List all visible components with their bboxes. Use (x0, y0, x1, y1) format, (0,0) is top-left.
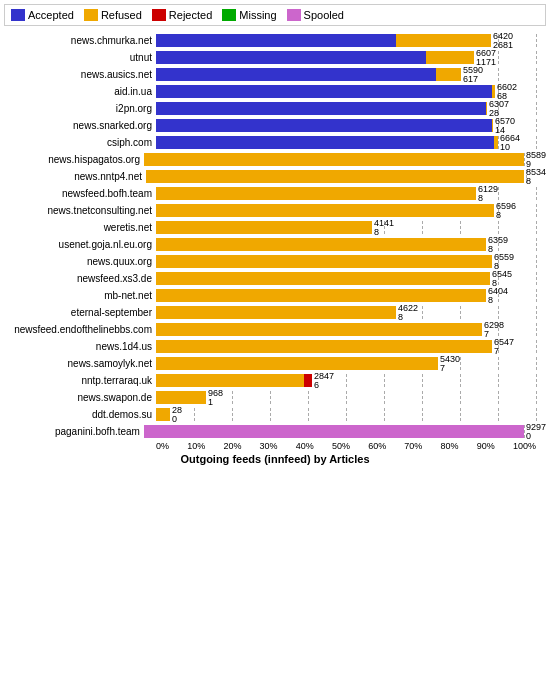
bar-area: 28476 (156, 374, 334, 387)
bar-wrapper (144, 425, 524, 438)
row-label: newsfeed.bofh.team (4, 188, 156, 199)
table-row: ddt.demos.su280 (4, 406, 546, 423)
bar-values: 65598 (494, 253, 514, 271)
legend-accepted: Accepted (11, 9, 74, 21)
bar-segment (486, 102, 487, 115)
bar-wrapper (156, 187, 476, 200)
bar-values: 66071171 (476, 49, 496, 67)
legend-rejected-label: Rejected (169, 9, 212, 21)
bar-segment (156, 68, 436, 81)
bar-wrapper (156, 340, 492, 353)
accepted-swatch (11, 9, 25, 21)
bar-value-2: 1 (208, 398, 223, 407)
bar-area: 92970 (144, 425, 546, 438)
table-row: news.snarked.org657014 (4, 117, 546, 134)
bar-values: 64048 (488, 287, 508, 305)
row-label: paganini.bofh.team (4, 426, 144, 437)
table-row: news.1d4.us65477 (4, 338, 546, 355)
row-label: news.ausics.net (4, 69, 156, 80)
bar-values: 62987 (484, 321, 504, 339)
bar-segment (156, 204, 494, 217)
row-label: news.swapon.de (4, 392, 156, 403)
table-row: usenet.goja.nl.eu.org63598 (4, 236, 546, 253)
bar-wrapper (156, 136, 498, 149)
bar-wrapper (156, 68, 461, 81)
bar-wrapper (156, 102, 487, 115)
legend-accepted-label: Accepted (28, 9, 74, 21)
bar-segment (156, 238, 486, 251)
table-row: utnut66071171 (4, 49, 546, 66)
bar-value-2: 8 (398, 313, 418, 322)
bar-segment (156, 408, 170, 421)
table-row: aid.in.ua660268 (4, 83, 546, 100)
row-label: nntp.terraraq.uk (4, 375, 156, 386)
bar-wrapper (156, 85, 495, 98)
x-tick-label: 70% (404, 441, 422, 451)
bar-area: 630728 (156, 102, 509, 115)
table-row: paganini.bofh.team92970 (4, 423, 546, 440)
row-label: news.quux.org (4, 256, 156, 267)
bar-area: 85899 (144, 153, 546, 166)
bar-segment (156, 51, 426, 64)
bar-wrapper (156, 408, 170, 421)
bar-segment (156, 187, 476, 200)
table-row: mb-net.net64048 (4, 287, 546, 304)
bar-values: 63598 (488, 236, 508, 254)
legend-spooled-label: Spooled (304, 9, 344, 21)
rejected-swatch (152, 9, 166, 21)
legend-missing-label: Missing (239, 9, 276, 21)
bar-values: 28476 (314, 372, 334, 390)
bar-segment (304, 374, 312, 387)
table-row: news.tnetconsulting.net65968 (4, 202, 546, 219)
bar-area: 65477 (156, 340, 514, 353)
bar-segment (426, 51, 474, 64)
row-label: eternal-september (4, 307, 156, 318)
bar-values: 666410 (500, 134, 520, 152)
bar-segment (492, 119, 493, 132)
x-axis-ticks: 0%10%20%30%40%50%60%70%80%90%100% (156, 441, 536, 451)
bar-values: 64202681 (493, 32, 513, 50)
legend-rejected: Rejected (152, 9, 212, 21)
bar-wrapper (144, 153, 524, 166)
bar-area: 65458 (156, 272, 512, 285)
bar-area: 9681 (156, 391, 223, 404)
x-axis-title: Outgoing feeds (innfeed) by Articles (4, 453, 546, 465)
bar-wrapper (156, 323, 482, 336)
bar-wrapper (156, 391, 206, 404)
x-tick-label: 60% (368, 441, 386, 451)
table-row: news.nntp4.net85348 (4, 168, 546, 185)
spooled-swatch (287, 9, 301, 21)
bar-segment (156, 119, 492, 132)
legend-refused: Refused (84, 9, 142, 21)
bar-segment (144, 153, 524, 166)
bar-segment (144, 425, 524, 438)
x-tick-label: 10% (187, 441, 205, 451)
bar-segment (396, 34, 491, 47)
bar-wrapper (156, 272, 490, 285)
bar-segment (156, 255, 492, 268)
bar-values: 41418 (374, 219, 394, 237)
row-label: news.hispagatos.org (4, 154, 144, 165)
bar-values: 280 (172, 406, 182, 424)
row-label: newsfeed.endofthelinebbs.com (4, 324, 156, 335)
bar-segment (156, 34, 396, 47)
bar-area: 657014 (156, 119, 515, 132)
x-tick-label: 50% (332, 441, 350, 451)
bar-area: 85348 (146, 170, 546, 183)
refused-swatch (84, 9, 98, 21)
row-label: news.samoylyk.net (4, 358, 156, 369)
legend: Accepted Refused Rejected Missing Spoole… (4, 4, 546, 26)
row-label: news.nntp4.net (4, 171, 146, 182)
bar-wrapper (156, 34, 491, 47)
bar-area: 61298 (156, 187, 498, 200)
bar-segment (156, 102, 486, 115)
bar-area: 666410 (156, 136, 520, 149)
row-label: aid.in.ua (4, 86, 156, 97)
bar-area: 66071171 (156, 51, 496, 64)
bar-values: 61298 (478, 185, 498, 203)
x-tick-label: 30% (260, 441, 278, 451)
bar-segment (156, 340, 492, 353)
x-tick-label: 40% (296, 441, 314, 451)
bar-values: 657014 (495, 117, 515, 135)
x-tick-label: 100% (513, 441, 536, 451)
